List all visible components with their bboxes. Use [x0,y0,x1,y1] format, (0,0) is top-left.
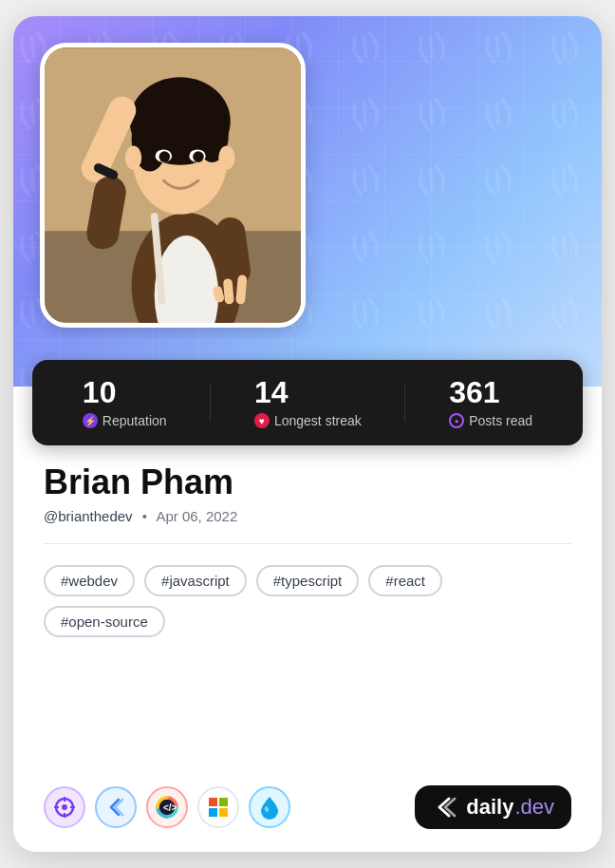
svg-rect-33 [219,798,228,806]
badge-multicolor: </> [146,786,188,828]
dailydev-logo: daily .dev [415,785,571,829]
badge-crosshair [44,786,85,828]
profile-divider [44,543,571,544]
brand-suffix: .dev [514,795,554,820]
svg-point-25 [62,804,67,810]
profile-name: Brian Pham [44,462,571,502]
posts-value: 361 [449,377,499,407]
svg-rect-35 [219,808,228,817]
avatar-image [45,47,301,323]
profile-meta: @brianthedev • Apr 06, 2022 [44,508,571,524]
svg-rect-34 [209,808,217,817]
stat-streak: 14 ♥ Longest streak [254,377,362,428]
hero-section: ⟨/⟩ [13,16,602,387]
tag-open-source[interactable]: #open-source [44,606,165,637]
svg-text:</>: </> [163,802,177,813]
svg-point-11 [125,146,141,170]
reputation-icon: ⚡ [83,413,98,428]
stats-bar: 10 ⚡ Reputation 14 ♥ Longest streak 361 … [32,360,583,445]
stat-divider-1 [210,384,211,422]
stat-reputation: 10 ⚡ Reputation [83,377,167,428]
svg-point-15 [159,151,171,162]
brand-name: daily [466,795,513,820]
dailydev-chevron-icon [432,796,458,819]
svg-point-12 [218,146,234,170]
badge-microsoft [197,786,239,828]
footer: </> [13,785,602,852]
dailydev-text: daily .dev [466,795,554,820]
streak-value: 14 [254,377,289,407]
posts-label: ● Posts read [449,413,532,428]
avatar [40,43,306,328]
stat-divider-2 [404,384,405,422]
tag-react[interactable]: #react [368,565,442,596]
join-date: Apr 06, 2022 [156,508,237,524]
posts-icon: ● [449,413,464,428]
badge-dev [95,786,137,828]
streak-icon: ♥ [254,413,270,428]
tags-section: #webdev #javascript #typescript #react #… [13,565,602,637]
username: @brianthedev [44,508,133,524]
reputation-value: 10 [83,377,117,407]
tag-webdev[interactable]: #webdev [44,565,135,596]
badge-icons: </> [44,786,290,828]
profile-info: Brian Pham @brianthedev • Apr 06, 2022 [13,462,602,543]
reputation-label: ⚡ Reputation [83,413,167,428]
meta-dot: • [142,508,147,524]
tag-javascript[interactable]: #javascript [144,565,247,596]
svg-rect-32 [209,798,217,806]
profile-card: ⟨/⟩ [13,16,602,852]
tag-typescript[interactable]: #typescript [256,565,360,596]
svg-point-16 [193,151,204,162]
streak-label: ♥ Longest streak [254,413,362,428]
badge-water [249,786,290,828]
stat-posts: 361 ● Posts read [449,377,532,428]
